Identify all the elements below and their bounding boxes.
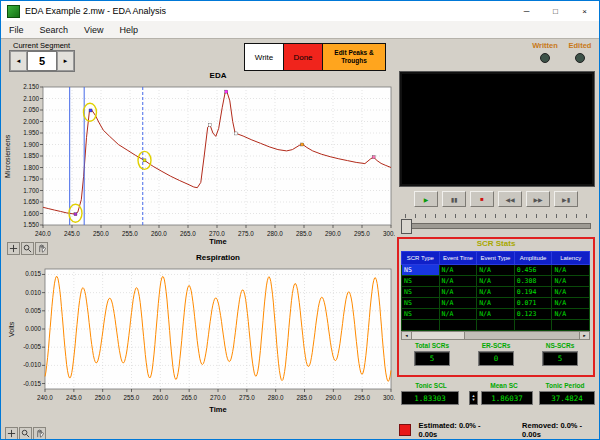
svg-text:2.100: 2.100 (23, 95, 39, 102)
svg-text:255.0: 255.0 (122, 230, 138, 237)
write-button[interactable]: Write (245, 44, 284, 70)
menu-item-file[interactable]: File (1, 25, 32, 35)
scr-stats-panel: SCR Stats SCR TypeEvent TimeEvent TypeAm… (397, 237, 595, 377)
pause-button[interactable]: ▮▮ (442, 191, 466, 207)
svg-text:250.0: 250.0 (95, 394, 111, 401)
er-scrs-value: 0 (478, 351, 514, 366)
close-button[interactable]: × (570, 1, 599, 21)
er-scrs-label: ER-SCRs (466, 342, 526, 349)
scr-table-row[interactable]: NSN/AN/A0.123N/A (402, 309, 590, 320)
menu-item-search[interactable]: Search (32, 25, 77, 35)
tonic-scl-value: 1.83303 (401, 391, 459, 405)
svg-text:285.0: 285.0 (296, 230, 312, 237)
svg-text:275.0: 275.0 (238, 230, 254, 237)
svg-text:270.0: 270.0 (209, 230, 225, 237)
svg-text:1.900: 1.900 (23, 141, 39, 148)
mean-sc-spinner[interactable]: ▲ ▼ (469, 391, 478, 405)
maximize-button[interactable]: □ (541, 1, 570, 21)
scr-table-row[interactable]: NSN/AN/A0.071N/A (402, 298, 590, 309)
svg-text:250.0: 250.0 (93, 230, 109, 237)
respiration-x-axis-label: Time (45, 405, 391, 414)
edit-peaks-troughs-button[interactable]: Edit Peaks & Troughs (323, 44, 385, 70)
svg-text:1.750: 1.750 (23, 175, 39, 182)
eda-x-axis-label: Time (45, 237, 391, 246)
respiration-graph-tools (5, 427, 46, 440)
total-scrs-indicator: Total SCRs 5 (402, 342, 462, 366)
edited-label: Edited (559, 41, 600, 50)
play-button[interactable]: ▶ (414, 191, 438, 207)
svg-text:280.0: 280.0 (268, 394, 284, 401)
svg-text:1.650: 1.650 (23, 198, 39, 205)
done-button[interactable]: Done (284, 44, 323, 70)
scr-column-header[interactable]: Latency (552, 252, 590, 265)
scr-column-header[interactable]: Amplitude (514, 252, 552, 265)
minimize-button[interactable]: ─ (512, 1, 541, 21)
scr-table-row[interactable]: NSN/AN/A0.194N/A (402, 287, 590, 298)
respiration-chart: Respiration Volts -0.015-0.010-0.0050.00… (5, 253, 395, 425)
svg-text:300.0: 300.0 (383, 230, 395, 237)
menu-item-help[interactable]: Help (111, 25, 146, 35)
timeline-slider[interactable] (399, 213, 593, 233)
ns-scrs-indicator: NS-SCRs 5 (530, 342, 590, 366)
svg-text:1.850: 1.850 (23, 152, 39, 159)
eda-chart-title: EDA (45, 71, 391, 80)
segment-value-display[interactable]: 5 (27, 51, 57, 71)
status-led (399, 424, 411, 436)
rewind-button[interactable]: ◀◀ (498, 191, 522, 207)
total-scrs-label: Total SCRs (402, 342, 462, 349)
ns-scrs-value: 5 (542, 351, 578, 366)
scr-column-header[interactable]: Event Time (439, 252, 477, 265)
skip-end-button[interactable]: ▶▮ (554, 191, 578, 207)
svg-text:260.0: 260.0 (151, 230, 167, 237)
status-row: Estimated: 0.0% - 0.00s Removed: 0.0% - … (399, 421, 599, 439)
slider-thumb[interactable] (401, 219, 412, 234)
svg-text:285.0: 285.0 (297, 394, 313, 401)
menu-item-view[interactable]: View (76, 25, 111, 35)
zoom-icon[interactable] (19, 427, 32, 440)
svg-text:2.000: 2.000 (23, 118, 39, 125)
eda-plot[interactable]: 1.5501.6001.6501.7001.7501.8001.8501.900… (5, 81, 395, 237)
svg-text:245.0: 245.0 (64, 230, 80, 237)
scr-table-scrollbar[interactable]: ◄ ► (401, 331, 590, 340)
scr-column-header[interactable]: SCR Type (402, 252, 440, 265)
segment-next-button[interactable]: ► (57, 51, 74, 71)
svg-text:0.005: 0.005 (25, 307, 41, 314)
svg-text:2.150: 2.150 (23, 83, 39, 90)
scrollbar-right-arrow[interactable]: ► (579, 332, 589, 339)
forward-button[interactable]: ▶▶ (526, 191, 550, 207)
svg-text:275.0: 275.0 (239, 394, 255, 401)
svg-text:280.0: 280.0 (267, 230, 283, 237)
svg-text:0.015: 0.015 (25, 270, 41, 277)
current-segment-label: Current Segment (13, 41, 70, 50)
svg-text:240.0: 240.0 (37, 394, 53, 401)
slider-track[interactable] (401, 223, 591, 229)
window-title: EDA Example 2.mw - EDA Analysis (25, 6, 166, 16)
stop-button[interactable]: ■ (470, 191, 494, 207)
spin-down-icon[interactable]: ▼ (472, 398, 476, 402)
written-led (540, 53, 550, 63)
respiration-plot[interactable]: -0.015-0.010-0.0050.0000.0050.0100.01524… (5, 263, 395, 403)
svg-text:265.0: 265.0 (181, 394, 197, 401)
svg-text:-0.015: -0.015 (23, 380, 41, 387)
scrollbar-left-arrow[interactable]: ◄ (402, 332, 412, 339)
scr-table-row[interactable]: NSN/AN/A0.308N/A (402, 276, 590, 287)
scr-table-row[interactable]: NSN/AN/A0.456N/A (402, 265, 590, 276)
transport-controls: ▶ ▮▮ ■ ◀◀ ▶▶ ▶▮ (399, 191, 593, 208)
mean-sc-value: 1.86037 (481, 391, 533, 405)
svg-text:255.0: 255.0 (124, 394, 140, 401)
scr-column-header[interactable]: Event Type (477, 252, 515, 265)
scr-stats-table[interactable]: SCR TypeEvent TimeEvent TypeAmplitudeLat… (401, 251, 590, 331)
svg-text:295.0: 295.0 (354, 394, 370, 401)
crosshair-icon[interactable] (5, 427, 18, 440)
svg-text:2.050: 2.050 (23, 106, 39, 113)
scrollbar-thumb[interactable] (412, 332, 465, 339)
er-scrs-indicator: ER-SCRs 0 (466, 342, 526, 366)
pan-hand-icon[interactable] (33, 427, 46, 440)
segment-prev-button[interactable]: ◄ (10, 51, 27, 71)
slider-ticks (405, 214, 587, 219)
eda-chart: EDA Microsiemens 1.5501.6001.6501.7001.7… (5, 71, 395, 251)
mean-sc-label: Mean SC (475, 382, 533, 389)
svg-text:265.0: 265.0 (180, 230, 196, 237)
svg-text:300.0: 300.0 (383, 394, 395, 401)
title-bar: EDA Example 2.mw - EDA Analysis ─ □ × (1, 1, 599, 22)
